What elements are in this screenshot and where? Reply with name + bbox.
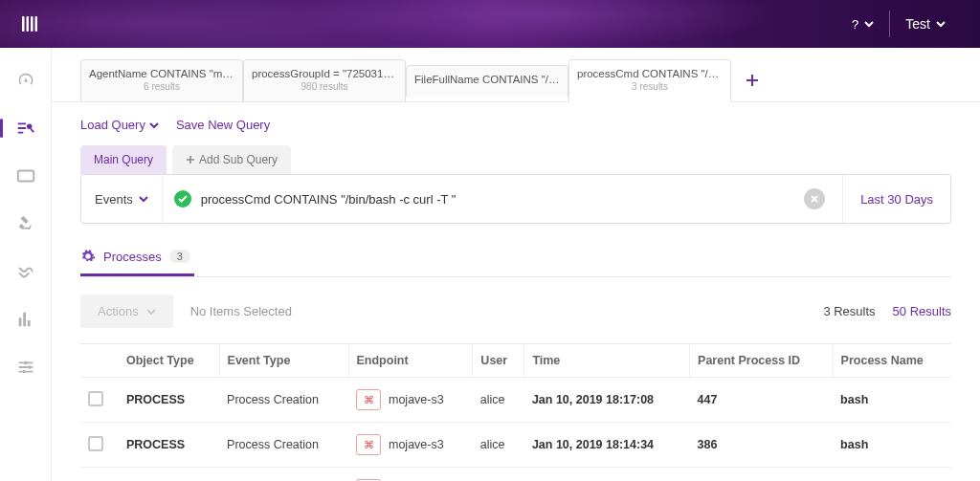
col-event-type[interactable]: Event Type [219,344,348,378]
gauge-icon [15,70,36,91]
cell-endpoint: mojave-s3 [389,438,444,451]
add-sub-query-label: Add Sub Query [199,153,278,166]
page-size-selector[interactable]: 50 Results [893,304,951,318]
close-icon [810,194,819,204]
chevron-down-icon [146,307,156,317]
actions-button[interactable]: Actions [80,295,173,328]
query-tab[interactable]: processCmd CONTAINS "/bin/ba... 3 result… [568,59,731,102]
table-row[interactable]: PROCESS Process Creation ⌘mojave-s3 alic… [80,378,951,423]
chevron-down-icon [149,120,159,130]
cell-object-type: PROCESS [119,468,219,482]
query-tab-sub: 980 results [252,81,397,92]
nav-flows[interactable] [12,258,39,285]
time-range-selector[interactable]: Last 30 Days [842,175,950,223]
cell-process-name: bash [833,423,951,468]
account-label: Test [905,16,930,32]
row-checkbox[interactable] [88,436,103,451]
main-query-label: Main Query [94,153,153,166]
help-menu[interactable]: ? [836,17,889,32]
svg-rect-2 [31,16,33,32]
svg-rect-0 [22,16,25,32]
cell-time: Jan 10, 2019 18:01:20 [524,468,690,482]
nav-settings[interactable] [12,354,39,381]
row-checkbox[interactable] [88,391,103,406]
add-query-tab-button[interactable] [735,74,769,87]
table-row[interactable]: PROCESS Process Creation ⌘mojave-s3 alic… [80,468,951,482]
query-tab[interactable]: FileFullName CONTAINS "/tmp/... [406,65,568,97]
svg-rect-1 [27,16,30,32]
chevron-down-icon [864,19,874,29]
cell-time: Jan 10, 2019 18:14:34 [524,423,690,468]
nav-search[interactable] [12,115,39,142]
table-row[interactable]: PROCESS Process Creation ⌘mojave-s3 alic… [80,423,951,468]
col-endpoint[interactable]: Endpoint [348,344,473,378]
clear-query-button[interactable] [804,188,825,209]
help-label: ? [852,17,858,32]
svg-point-5 [24,361,28,365]
cell-user: alice [473,468,524,482]
microscope-icon [15,213,36,234]
actions-label: Actions [98,304,139,318]
processes-tab[interactable]: Processes 3 [80,239,194,276]
load-query-button[interactable]: Load Query [80,118,159,132]
screens-icon [15,165,36,186]
cell-user: alice [473,378,524,423]
nav-lab[interactable] [12,210,39,237]
search-list-icon [15,118,36,139]
plus-icon [746,74,759,87]
col-time[interactable]: Time [524,344,690,378]
main-query-tab[interactable]: Main Query [80,145,167,174]
check-icon [178,194,188,204]
top-header: ? Test [0,0,980,48]
query-tab-title: processGroupId = "7250314D-B... [252,68,397,79]
cell-event-type: Process Creation [219,378,348,423]
nav-dashboard[interactable] [12,67,39,94]
logo-icon [19,12,42,35]
query-tab[interactable]: AgentName CONTAINS "mojave... 6 results [80,59,243,101]
cell-parent-pid: 386 [690,423,834,468]
cell-object-type: PROCESS [119,423,219,468]
query-tab-title: FileFullName CONTAINS "/tmp/... [414,74,560,85]
col-process-name[interactable]: Process Name [833,344,951,378]
save-query-label: Save New Query [176,118,270,132]
bar-chart-icon [15,309,36,330]
results-count: 3 Results [823,304,875,318]
svg-point-6 [27,365,31,369]
chevron-down-icon [139,194,148,204]
load-query-label: Load Query [80,118,145,132]
results-table: Object Type Event Type Endpoint User Tim… [80,343,951,481]
event-type-selector[interactable]: Events [81,175,163,223]
endpoint-os-icon: ⌘ [356,389,381,410]
logo [19,12,42,35]
valid-indicator [174,190,191,208]
query-tab-title: AgentName CONTAINS "mojave... [89,68,234,79]
chevron-down-icon [936,19,946,29]
query-input[interactable]: processCmd CONTAINS "/bin/bash -c curl -… [201,192,794,207]
time-range-label: Last 30 Days [860,192,933,207]
query-builder-card: Events processCmd CONTAINS "/bin/bash -c… [80,174,951,224]
cell-user: alice [473,423,524,468]
nav-reports[interactable] [12,306,39,333]
query-tab-sub: 6 results [89,81,234,92]
cell-time: Jan 10, 2019 18:17:08 [524,378,690,423]
cell-event-type: Process Creation [219,468,348,482]
query-tab[interactable]: processGroupId = "7250314D-B... 980 resu… [243,59,406,101]
cell-event-type: Process Creation [219,423,348,468]
gear-icon [80,249,96,264]
svg-rect-3 [35,16,38,32]
cell-parent-pid: 447 [690,378,834,423]
cell-endpoint: mojave-s3 [389,393,444,406]
plus-icon [186,155,195,164]
query-tabs: AgentName CONTAINS "mojave... 6 results … [52,48,980,102]
add-sub-query-button[interactable]: Add Sub Query [172,145,291,174]
col-parent-pid[interactable]: Parent Process ID [690,344,834,378]
cell-process-name: bash [833,468,951,482]
side-nav [0,48,52,481]
col-object-type[interactable]: Object Type [119,344,219,378]
save-query-button[interactable]: Save New Query [176,118,270,132]
nav-screens[interactable] [12,163,39,189]
account-menu[interactable]: Test [890,16,961,32]
svg-point-7 [22,370,26,374]
col-user[interactable]: User [473,344,524,378]
query-tab-title: processCmd CONTAINS "/bin/ba... [577,68,723,79]
